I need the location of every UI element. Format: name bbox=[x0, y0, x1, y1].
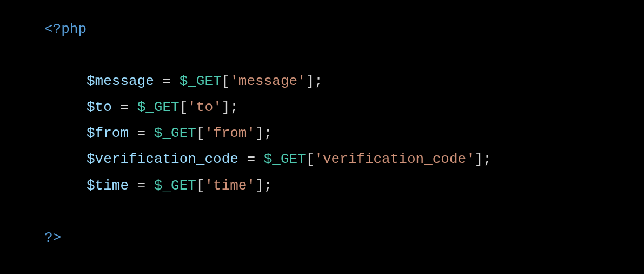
close-bracket: ] bbox=[255, 125, 264, 141]
string-literal: 'time' bbox=[204, 178, 255, 194]
php-close-tag: ?> bbox=[44, 230, 61, 246]
superglobal-get: $_GET bbox=[154, 125, 196, 141]
semicolon: ; bbox=[314, 73, 323, 89]
superglobal-get: $_GET bbox=[137, 99, 180, 115]
close-bracket: ] bbox=[306, 73, 315, 89]
assign-op: = bbox=[112, 99, 137, 115]
string-literal: 'to' bbox=[188, 99, 221, 115]
variable-to: $to bbox=[87, 99, 112, 115]
superglobal-get: $_GET bbox=[180, 73, 222, 89]
superglobal-get: $_GET bbox=[154, 178, 196, 194]
semicolon: ; bbox=[264, 125, 273, 141]
code-block: <?php $message = $_GET['message']; $to =… bbox=[44, 16, 644, 251]
superglobal-get: $_GET bbox=[264, 151, 306, 167]
assign-op: = bbox=[129, 178, 154, 194]
string-literal: 'from' bbox=[204, 125, 255, 141]
variable-from: $from bbox=[87, 125, 129, 141]
open-bracket: [ bbox=[306, 151, 315, 167]
semicolon: ; bbox=[483, 151, 492, 167]
open-bracket: [ bbox=[196, 125, 205, 141]
open-bracket: [ bbox=[196, 178, 205, 194]
assign-op: = bbox=[238, 151, 264, 167]
variable-time: $time bbox=[87, 178, 129, 194]
close-bracket: ] bbox=[222, 99, 230, 115]
close-bracket: ] bbox=[255, 178, 264, 194]
string-literal: 'verification_code' bbox=[314, 151, 474, 167]
semicolon: ; bbox=[264, 178, 273, 194]
string-literal: 'message' bbox=[230, 73, 306, 89]
semicolon: ; bbox=[230, 99, 238, 115]
variable-verification-code: $verification_code bbox=[87, 151, 238, 167]
php-open-tag: <?php bbox=[44, 21, 87, 37]
close-bracket: ] bbox=[475, 151, 483, 167]
assign-op: = bbox=[129, 125, 154, 141]
open-bracket: [ bbox=[222, 73, 230, 89]
assign-op: = bbox=[154, 73, 180, 89]
variable-message: $message bbox=[87, 73, 154, 89]
open-bracket: [ bbox=[180, 99, 188, 115]
